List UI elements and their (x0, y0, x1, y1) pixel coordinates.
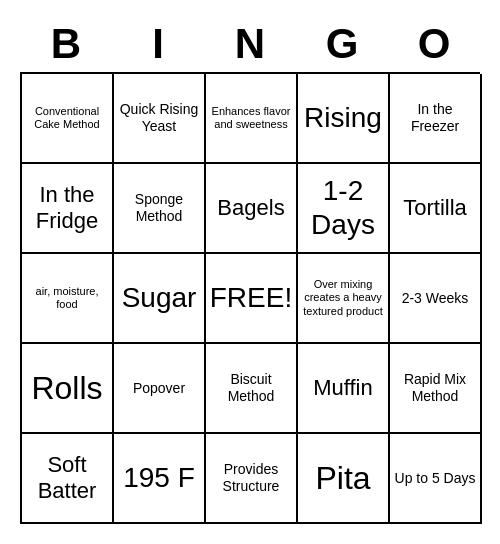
letter-g: G (298, 20, 386, 68)
bingo-cell-4: In the Freezer (390, 74, 482, 164)
bingo-cell-22: Provides Structure (206, 434, 298, 524)
cell-text-20: Soft Batter (26, 452, 108, 505)
bingo-cell-19: Rapid Mix Method (390, 344, 482, 434)
cell-text-2: Enhances flavor and sweetness (210, 105, 292, 131)
bingo-cell-15: Rolls (22, 344, 114, 434)
bingo-cell-10: air, moisture, food (22, 254, 114, 344)
bingo-cell-12: FREE! (206, 254, 298, 344)
cell-text-22: Provides Structure (210, 461, 292, 495)
cell-text-24: Up to 5 Days (395, 470, 476, 487)
cell-text-14: 2-3 Weeks (402, 290, 469, 307)
cell-text-0: Conventional Cake Method (26, 105, 108, 131)
bingo-cell-9: Tortilla (390, 164, 482, 254)
cell-text-21: 195 F (123, 461, 195, 495)
bingo-cell-24: Up to 5 Days (390, 434, 482, 524)
cell-text-13: Over mixing creates a heavy textured pro… (302, 278, 384, 318)
bingo-cell-7: Bagels (206, 164, 298, 254)
cell-text-10: air, moisture, food (26, 285, 108, 311)
bingo-cell-1: Quick Rising Yeast (114, 74, 206, 164)
bingo-card: B I N G O Conventional Cake MethodQuick … (10, 10, 490, 534)
cell-text-4: In the Freezer (394, 101, 476, 135)
cell-text-9: Tortilla (403, 195, 467, 221)
letter-n: N (206, 20, 294, 68)
cell-text-8: 1-2 Days (302, 174, 384, 241)
bingo-title: B I N G O (20, 20, 480, 68)
cell-text-18: Muffin (313, 375, 373, 401)
cell-text-7: Bagels (217, 195, 284, 221)
letter-o: O (390, 20, 478, 68)
bingo-cell-14: 2-3 Weeks (390, 254, 482, 344)
bingo-cell-11: Sugar (114, 254, 206, 344)
cell-text-15: Rolls (31, 369, 102, 407)
bingo-cell-17: Biscuit Method (206, 344, 298, 434)
bingo-cell-16: Popover (114, 344, 206, 434)
bingo-cell-0: Conventional Cake Method (22, 74, 114, 164)
bingo-cell-8: 1-2 Days (298, 164, 390, 254)
cell-text-23: Pita (315, 459, 370, 497)
bingo-grid: Conventional Cake MethodQuick Rising Yea… (20, 72, 480, 524)
bingo-cell-5: In the Fridge (22, 164, 114, 254)
bingo-cell-2: Enhances flavor and sweetness (206, 74, 298, 164)
letter-b: B (22, 20, 110, 68)
bingo-cell-6: Sponge Method (114, 164, 206, 254)
bingo-cell-18: Muffin (298, 344, 390, 434)
cell-text-17: Biscuit Method (210, 371, 292, 405)
cell-text-6: Sponge Method (118, 191, 200, 225)
cell-text-3: Rising (304, 101, 382, 135)
cell-text-1: Quick Rising Yeast (118, 101, 200, 135)
bingo-cell-23: Pita (298, 434, 390, 524)
bingo-cell-3: Rising (298, 74, 390, 164)
cell-text-12: FREE! (210, 281, 292, 315)
bingo-cell-21: 195 F (114, 434, 206, 524)
cell-text-5: In the Fridge (26, 182, 108, 235)
bingo-cell-20: Soft Batter (22, 434, 114, 524)
cell-text-16: Popover (133, 380, 185, 397)
cell-text-11: Sugar (122, 281, 197, 315)
letter-i: I (114, 20, 202, 68)
bingo-cell-13: Over mixing creates a heavy textured pro… (298, 254, 390, 344)
cell-text-19: Rapid Mix Method (394, 371, 476, 405)
